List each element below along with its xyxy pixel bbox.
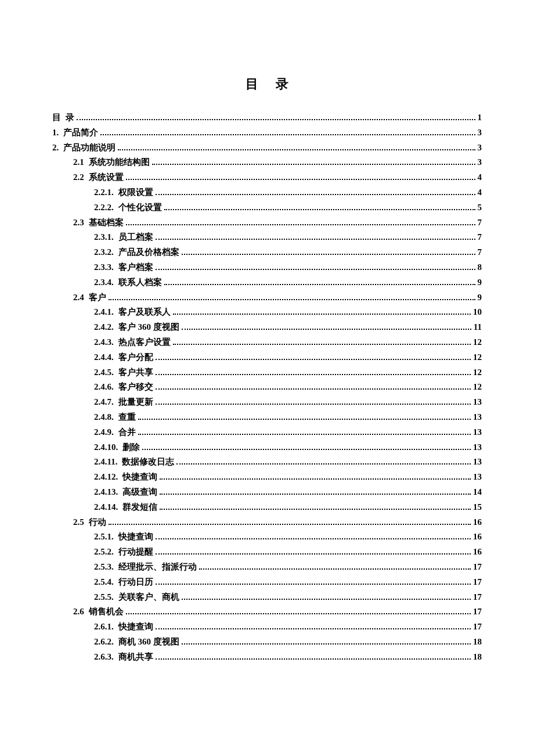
toc-entry-page: 7 — [478, 215, 482, 231]
toc-entry[interactable]: 2.2系统设置4 — [52, 170, 482, 185]
toc-entry[interactable]: 2.4.4.客户分配12 — [52, 350, 482, 365]
toc-entry-number: 2.5.4. — [94, 575, 114, 590]
toc-entry[interactable]: 2.2.1.权限设置4 — [52, 185, 482, 200]
table-of-contents: 目录11.产品简介32.产品功能说明32.1系统功能结构图32.2系统设置42.… — [52, 110, 482, 664]
toc-leader-dots — [156, 624, 471, 630]
toc-leader-dots — [138, 429, 471, 435]
toc-entry[interactable]: 2.4.3.热点客户设置12 — [52, 335, 482, 350]
toc-entry[interactable]: 2.4.1.客户及联系人10 — [52, 305, 482, 320]
toc-entry-title: 批量更新 — [118, 395, 153, 410]
toc-leader-dots — [160, 503, 471, 510]
toc-entry-title: 行动日历 — [118, 575, 153, 590]
toc-entry[interactable]: 2.4.14.群发短信15 — [52, 500, 482, 515]
toc-entry[interactable]: 2.6销售机会17 — [52, 604, 482, 620]
toc-entry[interactable]: 2.4.9.合并13 — [52, 425, 482, 440]
toc-entry-title: 客户档案 — [118, 260, 153, 275]
toc-entry[interactable]: 2.6.2.商机 360 度视图18 — [52, 635, 482, 650]
toc-entry[interactable]: 2.5行动16 — [52, 515, 482, 530]
toc-leader-dots — [109, 294, 475, 300]
toc-entry[interactable]: 2.5.1.快捷查询16 — [52, 530, 482, 545]
toc-entry-title: 关联客户、商机 — [118, 590, 179, 605]
toc-entry-number: 2.1 — [73, 155, 84, 170]
toc-entry-title: 快捷查询 — [118, 620, 153, 635]
toc-entry[interactable]: 2.3基础档案7 — [52, 215, 482, 231]
toc-entry-title: 客户及联系人 — [118, 305, 171, 320]
toc-entry-page: 8 — [478, 260, 482, 275]
toc-leader-dots — [126, 219, 475, 225]
toc-entry-number: 1. — [52, 125, 59, 141]
toc-entry-title: 商机 360 度视图 — [118, 635, 179, 650]
toc-leader-dots — [160, 474, 471, 480]
toc-entry[interactable]: 2.4.10.删除13 — [52, 440, 482, 455]
toc-entry[interactable]: 2.2.2.个性化设置5 — [52, 200, 482, 215]
toc-entry-title: 系统功能结构图 — [89, 155, 150, 170]
toc-entry[interactable]: 2.4.5.客户共享12 — [52, 365, 482, 380]
toc-entry-number: 2.6.2. — [94, 635, 114, 650]
toc-entry-number: 2.6.1. — [94, 620, 114, 635]
toc-entry-number: 2.3.4. — [94, 275, 114, 290]
toc-leader-dots — [173, 339, 471, 345]
toc-leader-dots — [126, 609, 471, 615]
toc-entry-number: 2. — [52, 141, 59, 156]
toc-entry[interactable]: 1.产品简介3 — [52, 125, 482, 141]
toc-entry-page: 16 — [473, 545, 482, 560]
toc-entry[interactable]: 2.4.2.客户 360 度视图11 — [52, 320, 482, 335]
toc-entry[interactable]: 2.3.4.联系人档案9 — [52, 275, 482, 290]
toc-entry[interactable]: 2.6.1.快捷查询17 — [52, 620, 482, 635]
toc-entry-title: 行动提醒 — [118, 545, 153, 560]
toc-entry-page: 14 — [473, 485, 482, 500]
toc-entry-number: 2.2.1. — [94, 185, 114, 200]
toc-entry-title: 联系人档案 — [118, 275, 162, 290]
toc-entry[interactable]: 2.5.3.经理批示、指派行动17 — [52, 560, 482, 575]
toc-entry[interactable]: 2.4客户9 — [52, 290, 482, 305]
toc-entry-number: 2.4.9. — [94, 425, 114, 440]
toc-leader-dots — [118, 144, 475, 150]
toc-leader-dots — [156, 549, 471, 555]
toc-leader-dots — [176, 459, 471, 465]
toc-leader-dots — [138, 413, 471, 420]
toc-entry-page: 13 — [473, 395, 482, 410]
toc-entry-page: 11 — [474, 320, 482, 335]
toc-entry-number: 2.4.5. — [94, 365, 114, 380]
toc-entry[interactable]: 2.4.11.数据修改日志13 — [52, 455, 482, 470]
toc-leader-dots — [156, 534, 471, 540]
toc-leader-dots — [156, 653, 471, 660]
toc-entry-page: 4 — [478, 170, 482, 185]
toc-entry-title: 录 — [66, 110, 74, 125]
toc-entry-page: 18 — [473, 650, 482, 665]
toc-entry[interactable]: 2.3.3.客户档案8 — [52, 260, 482, 275]
toc-entry-page: 13 — [473, 470, 482, 485]
toc-entry-number: 2.3.1. — [94, 230, 114, 245]
toc-entry[interactable]: 2.5.4.行动日历17 — [52, 575, 482, 590]
toc-entry-number: 2.4.10. — [94, 440, 118, 455]
toc-leader-dots — [164, 204, 475, 210]
toc-leader-dots — [100, 129, 475, 135]
toc-entry[interactable]: 2.4.7.批量更新13 — [52, 395, 482, 410]
toc-leader-dots — [182, 324, 471, 330]
toc-entry-title: 行动 — [89, 515, 106, 530]
toc-entry-number: 2.4.7. — [94, 395, 114, 410]
toc-entry-page: 18 — [473, 635, 482, 650]
toc-entry[interactable]: 目录1 — [52, 110, 482, 125]
toc-entry[interactable]: 2.4.8.查重13 — [52, 410, 482, 425]
toc-entry[interactable]: 2.4.13.高级查询14 — [52, 485, 482, 500]
toc-entry[interactable]: 2.产品功能说明3 — [52, 141, 482, 156]
toc-entry-page: 10 — [473, 305, 482, 320]
toc-entry[interactable]: 2.4.6.客户移交12 — [52, 380, 482, 395]
toc-entry-number: 2.3.2. — [94, 245, 114, 260]
toc-entry-number: 2.5 — [73, 515, 84, 530]
toc-entry[interactable]: 2.6.3.商机共享18 — [52, 650, 482, 665]
toc-entry-page: 13 — [473, 425, 482, 440]
toc-entry-page: 13 — [473, 455, 482, 470]
toc-entry[interactable]: 2.1系统功能结构图3 — [52, 155, 482, 170]
toc-entry[interactable]: 2.3.1.员工档案7 — [52, 230, 482, 245]
toc-leader-dots — [152, 159, 475, 165]
toc-entry-number: 2.5.1. — [94, 530, 114, 545]
toc-entry[interactable]: 2.5.5.关联客户、商机17 — [52, 590, 482, 605]
toc-entry[interactable]: 2.3.2.产品及价格档案7 — [52, 245, 482, 260]
toc-entry-page: 17 — [473, 560, 482, 575]
toc-entry-number: 2.4.13. — [94, 485, 118, 500]
toc-entry[interactable]: 2.5.2.行动提醒16 — [52, 545, 482, 560]
toc-entry[interactable]: 2.4.12.快捷查询13 — [52, 470, 482, 485]
toc-entry-title: 基础档案 — [89, 215, 124, 231]
